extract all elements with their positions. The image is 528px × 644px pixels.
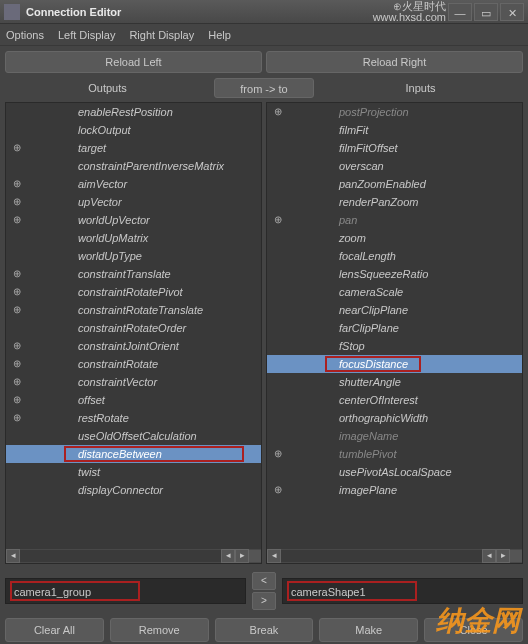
list-item[interactable]: panZoomEnabled xyxy=(267,175,522,193)
list-item[interactable]: worldUpMatrix xyxy=(6,229,261,247)
list-item[interactable]: ⊕aimVector xyxy=(6,175,261,193)
expand-icon[interactable]: ⊕ xyxy=(271,483,285,497)
list-item[interactable]: ⊕constraintTranslate xyxy=(6,265,261,283)
reload-right-button[interactable]: Reload Right xyxy=(266,51,523,73)
scroll-right-icon[interactable]: ▸ xyxy=(235,549,249,563)
attribute-label: nearClipPlane xyxy=(285,304,408,316)
inputs-list[interactable]: ⊕postProjectionfilmFitfilmFitOffsetovers… xyxy=(267,103,522,547)
menu-right-display[interactable]: Right Display xyxy=(129,29,194,41)
list-item[interactable]: overscan xyxy=(267,157,522,175)
expand-icon[interactable]: ⊕ xyxy=(10,177,24,191)
scroll-left-icon[interactable]: ◂ xyxy=(267,549,281,563)
list-item[interactable]: imageName xyxy=(267,427,522,445)
break-button[interactable]: Break xyxy=(215,618,314,642)
list-item[interactable]: ⊕constraintVector xyxy=(6,373,261,391)
list-item[interactable]: cameraScale xyxy=(267,283,522,301)
list-item[interactable]: ⊕offset xyxy=(6,391,261,409)
expand-icon[interactable]: ⊕ xyxy=(10,393,24,407)
scroll-left-icon[interactable]: ◂ xyxy=(6,549,20,563)
resize-grip[interactable] xyxy=(510,550,522,562)
scroll-right-icon[interactable]: ▸ xyxy=(496,549,510,563)
list-item[interactable]: ⊕constraintRotateTranslate xyxy=(6,301,261,319)
list-item[interactable]: ⊕worldUpVector xyxy=(6,211,261,229)
scroll-track[interactable] xyxy=(20,550,221,562)
list-item[interactable]: ⊕target xyxy=(6,139,261,157)
list-item[interactable]: fStop xyxy=(267,337,522,355)
close-dialog-button[interactable]: Close xyxy=(424,618,523,642)
outputs-scrollbar[interactable]: ◂ ◂ ▸ xyxy=(6,549,261,563)
expand-icon[interactable]: ⊕ xyxy=(10,411,24,425)
expand-icon[interactable]: ⊕ xyxy=(271,447,285,461)
swap-left-button[interactable]: < xyxy=(252,572,276,590)
list-item[interactable]: focalLength xyxy=(267,247,522,265)
attribute-label: constraintRotateTranslate xyxy=(24,304,203,316)
list-item[interactable]: lensSqueezeRatio xyxy=(267,265,522,283)
left-node-field[interactable]: camera1_group xyxy=(5,578,246,604)
list-item[interactable]: ⊕imagePlane xyxy=(267,481,522,499)
expand-icon[interactable]: ⊕ xyxy=(10,339,24,353)
list-item[interactable]: ⊕restRotate xyxy=(6,409,261,427)
list-item[interactable]: renderPanZoom xyxy=(267,193,522,211)
list-item[interactable]: focusDistance xyxy=(267,355,522,373)
list-item[interactable]: farClipPlane xyxy=(267,319,522,337)
expand-icon[interactable]: ⊕ xyxy=(271,105,285,119)
expand-icon[interactable]: ⊕ xyxy=(10,141,24,155)
right-node-field[interactable]: cameraShape1 xyxy=(282,578,523,604)
list-item[interactable]: ⊕constraintRotatePivot xyxy=(6,283,261,301)
scroll-left2-icon[interactable]: ◂ xyxy=(482,549,496,563)
close-button[interactable]: ✕ xyxy=(500,3,524,21)
list-item[interactable]: nearClipPlane xyxy=(267,301,522,319)
list-item[interactable]: ⊕pan xyxy=(267,211,522,229)
expand-icon[interactable]: ⊕ xyxy=(271,213,285,227)
list-item[interactable]: twist xyxy=(6,463,261,481)
list-item[interactable]: filmFit xyxy=(267,121,522,139)
list-item[interactable]: lockOutput xyxy=(6,121,261,139)
list-item[interactable]: ⊕postProjection xyxy=(267,103,522,121)
list-item[interactable]: constraintRotateOrder xyxy=(6,319,261,337)
reload-left-button[interactable]: Reload Left xyxy=(5,51,262,73)
list-item[interactable]: worldUpType xyxy=(6,247,261,265)
list-item[interactable]: enableRestPosition xyxy=(6,103,261,121)
clear-all-button[interactable]: Clear All xyxy=(5,618,104,642)
scroll-left2-icon[interactable]: ◂ xyxy=(221,549,235,563)
maximize-button[interactable]: ▭ xyxy=(474,3,498,21)
attribute-label: displayConnector xyxy=(24,484,163,496)
expand-icon[interactable]: ⊕ xyxy=(10,195,24,209)
list-item[interactable]: ⊕upVector xyxy=(6,193,261,211)
list-item[interactable]: ⊕constraintJointOrient xyxy=(6,337,261,355)
attribute-label: panZoomEnabled xyxy=(285,178,426,190)
list-item[interactable]: ⊕constraintRotate xyxy=(6,355,261,373)
inputs-scrollbar[interactable]: ◂ ◂ ▸ xyxy=(267,549,522,563)
list-item[interactable]: orthographicWidth xyxy=(267,409,522,427)
scroll-track[interactable] xyxy=(281,550,482,562)
list-item[interactable]: useOldOffsetCalculation xyxy=(6,427,261,445)
expand-icon[interactable]: ⊕ xyxy=(10,267,24,281)
expand-icon[interactable]: ⊕ xyxy=(10,213,24,227)
list-item[interactable]: usePivotAsLocalSpace xyxy=(267,463,522,481)
list-item[interactable]: distanceBetween xyxy=(6,445,261,463)
list-item[interactable]: constraintParentInverseMatrix xyxy=(6,157,261,175)
list-item[interactable]: displayConnector xyxy=(6,481,261,499)
expand-icon[interactable]: ⊕ xyxy=(10,303,24,317)
list-item[interactable]: filmFitOffset xyxy=(267,139,522,157)
right-node-value: cameraShape1 xyxy=(291,586,366,598)
menu-left-display[interactable]: Left Display xyxy=(58,29,115,41)
menu-help[interactable]: Help xyxy=(208,29,231,41)
outputs-list[interactable]: enableRestPositionlockOutput⊕targetconst… xyxy=(6,103,261,547)
make-button[interactable]: Make xyxy=(319,618,418,642)
list-item[interactable]: zoom xyxy=(267,229,522,247)
direction-toggle[interactable]: from -> to xyxy=(214,78,314,98)
list-item[interactable]: shutterAngle xyxy=(267,373,522,391)
menu-options[interactable]: Options xyxy=(6,29,44,41)
minimize-button[interactable]: — xyxy=(448,3,472,21)
list-item[interactable]: ⊕tumblePivot xyxy=(267,445,522,463)
list-item[interactable]: centerOfInterest xyxy=(267,391,522,409)
expand-icon[interactable]: ⊕ xyxy=(10,285,24,299)
attribute-label: useOldOffsetCalculation xyxy=(24,430,197,442)
expand-icon[interactable]: ⊕ xyxy=(10,375,24,389)
resize-grip[interactable] xyxy=(249,550,261,562)
swap-right-button[interactable]: > xyxy=(252,592,276,610)
remove-button[interactable]: Remove xyxy=(110,618,209,642)
bottom-buttons: Clear All Remove Break Make Close xyxy=(0,614,528,644)
expand-icon[interactable]: ⊕ xyxy=(10,357,24,371)
